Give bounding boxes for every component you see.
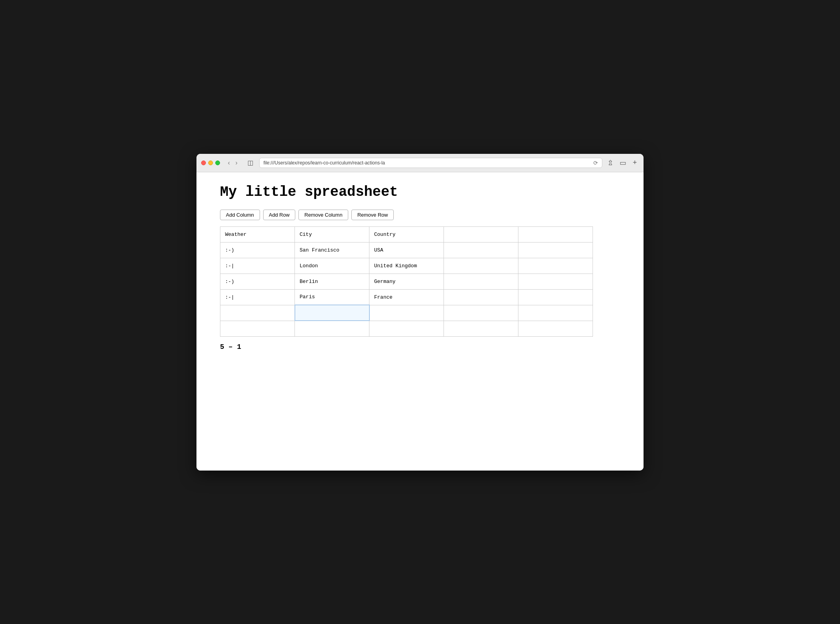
cell-r4-city[interactable] xyxy=(295,289,369,305)
cell-r3-country[interactable] xyxy=(369,274,444,289)
cell-input-r2-country[interactable] xyxy=(374,263,439,269)
cell-input-r3-city[interactable] xyxy=(300,279,364,285)
cell-input-r3-weather[interactable] xyxy=(225,279,290,285)
cell-r1-country[interactable] xyxy=(369,242,444,258)
cell-input-r6-country[interactable] xyxy=(374,326,439,332)
cell-input-r5-city[interactable] xyxy=(300,310,364,316)
cell-r4-col4[interactable] xyxy=(444,289,518,305)
address-bar[interactable]: file:///Users/alex/repos/learn-co-curric… xyxy=(259,158,603,168)
cell-input-r2-col4[interactable] xyxy=(449,263,513,269)
cell-input-r3-col4[interactable] xyxy=(449,279,513,285)
add-row-button[interactable]: Add Row xyxy=(263,210,296,220)
cell-r1-weather[interactable] xyxy=(220,242,295,258)
add-tab-button[interactable]: + xyxy=(631,158,639,168)
cell-input-r1-city[interactable] xyxy=(300,247,364,253)
cell-r4-col5[interactable] xyxy=(518,289,593,305)
nav-buttons: ‹ › xyxy=(225,159,240,167)
minimize-button[interactable] xyxy=(208,161,213,165)
cell-input-r4-weather[interactable] xyxy=(225,294,290,300)
cell-input-r2-col5[interactable] xyxy=(523,263,588,269)
table-row xyxy=(220,274,593,289)
cell-r3-weather[interactable] xyxy=(220,274,295,289)
cell-r6-country[interactable] xyxy=(369,321,444,336)
cell-r6-city[interactable] xyxy=(295,321,369,336)
cell-r3-col5[interactable] xyxy=(518,274,593,289)
cell-input-r2-city[interactable] xyxy=(300,263,364,269)
cell-r3-col4[interactable] xyxy=(444,274,518,289)
cell-r3-city[interactable] xyxy=(295,274,369,289)
header-col5 xyxy=(518,226,593,242)
cell-input-r6-city[interactable] xyxy=(300,326,364,332)
header-country: Country xyxy=(369,226,444,242)
cell-input-r5-col5[interactable] xyxy=(523,310,588,316)
table-header-row: Weather City Country xyxy=(220,226,593,242)
cell-input-r2-weather[interactable] xyxy=(225,263,290,269)
cell-input-r4-country[interactable] xyxy=(374,294,439,300)
cell-r1-city[interactable] xyxy=(295,242,369,258)
cell-input-r4-col5[interactable] xyxy=(523,294,588,300)
cell-r2-country[interactable] xyxy=(369,258,444,274)
cell-input-r1-country[interactable] xyxy=(374,247,439,253)
table-row xyxy=(220,258,593,274)
cell-r4-weather[interactable] xyxy=(220,289,295,305)
browser-toolbar-right: ⇫ ▭ + xyxy=(605,158,639,168)
browser-chrome: ‹ › ◫ file:///Users/alex/repos/learn-co-… xyxy=(196,154,644,172)
forward-button[interactable]: › xyxy=(233,159,240,167)
cell-r6-col5[interactable] xyxy=(518,321,593,336)
cell-r5-city[interactable] xyxy=(295,305,369,321)
remove-row-button[interactable]: Remove Row xyxy=(351,210,394,220)
cell-r2-city[interactable] xyxy=(295,258,369,274)
share-button[interactable]: ⇫ xyxy=(605,158,615,168)
cell-input-r6-col5[interactable] xyxy=(523,326,588,332)
cell-input-r1-col5[interactable] xyxy=(523,247,588,253)
cell-r5-country[interactable] xyxy=(369,305,444,321)
new-tab-button[interactable]: ▭ xyxy=(618,158,628,168)
browser-content: My little spreadsheet Add Column Add Row… xyxy=(196,172,644,471)
header-city: City xyxy=(295,226,369,242)
reload-button[interactable]: ⟳ xyxy=(593,160,598,166)
cell-input-r5-country[interactable] xyxy=(375,310,439,316)
cell-input-r1-weather[interactable] xyxy=(225,247,290,253)
header-weather: Weather xyxy=(220,226,295,242)
cell-r2-weather[interactable] xyxy=(220,258,295,274)
summary-text: 5 – 1 xyxy=(220,343,628,351)
cell-r1-col5[interactable] xyxy=(518,242,593,258)
maximize-button[interactable] xyxy=(215,161,220,165)
cell-r6-weather[interactable] xyxy=(220,321,295,336)
cell-input-r6-weather[interactable] xyxy=(225,326,290,332)
cell-input-r1-col4[interactable] xyxy=(449,247,513,253)
spreadsheet-table: Weather City Country xyxy=(220,226,593,337)
cell-r5-weather[interactable] xyxy=(220,305,295,321)
remove-column-button[interactable]: Remove Column xyxy=(298,210,348,220)
cell-r6-col4[interactable] xyxy=(444,321,518,336)
browser-window: ‹ › ◫ file:///Users/alex/repos/learn-co-… xyxy=(196,154,644,471)
table-row xyxy=(220,305,593,321)
close-button[interactable] xyxy=(201,161,206,165)
cell-input-r3-country[interactable] xyxy=(374,279,439,285)
table-row xyxy=(220,289,593,305)
cell-r5-col5[interactable] xyxy=(518,305,593,321)
cell-input-r4-city[interactable] xyxy=(300,294,364,300)
add-column-button[interactable]: Add Column xyxy=(220,210,260,220)
table-row xyxy=(220,242,593,258)
page-title: My little spreadsheet xyxy=(220,184,628,200)
back-button[interactable]: ‹ xyxy=(225,159,232,167)
cell-input-r5-weather[interactable] xyxy=(225,310,290,316)
action-toolbar: Add Column Add Row Remove Column Remove … xyxy=(220,210,628,220)
cell-input-r4-col4[interactable] xyxy=(449,294,513,300)
sidebar-toggle-button[interactable]: ◫ xyxy=(245,158,256,168)
cell-r5-col4[interactable] xyxy=(444,305,518,321)
address-text: file:///Users/alex/repos/learn-co-curric… xyxy=(264,160,592,166)
cell-r2-col4[interactable] xyxy=(444,258,518,274)
cell-input-r5-col4[interactable] xyxy=(449,310,513,316)
cell-r2-col5[interactable] xyxy=(518,258,593,274)
cell-r4-country[interactable] xyxy=(369,289,444,305)
table-row xyxy=(220,321,593,336)
traffic-lights xyxy=(201,161,220,165)
cell-input-r6-col4[interactable] xyxy=(449,326,513,332)
header-col4 xyxy=(444,226,518,242)
cell-input-r3-col5[interactable] xyxy=(523,279,588,285)
cell-r1-col4[interactable] xyxy=(444,242,518,258)
